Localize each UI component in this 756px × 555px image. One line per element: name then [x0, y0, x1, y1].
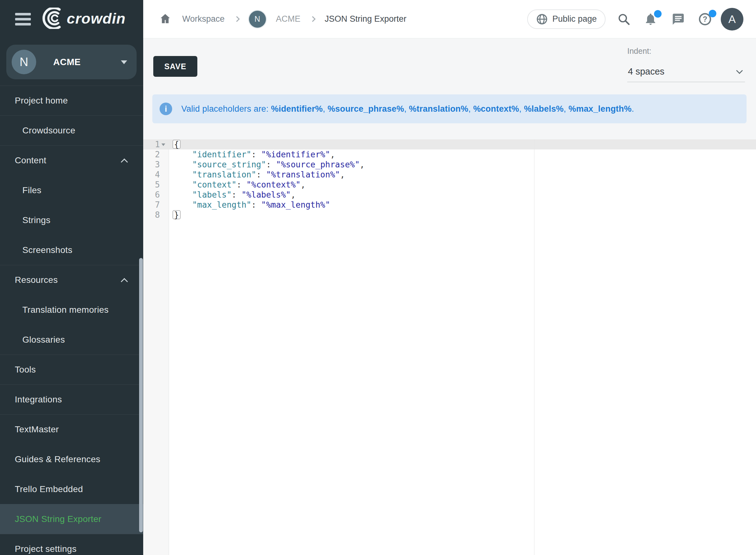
sidebar-item-json-string-exporter[interactable]: JSON String Exporter [0, 504, 143, 534]
sidebar-item-tools[interactable]: Tools [0, 354, 143, 384]
code-editor[interactable]: 1{2 "identifier": "%identifier%",3 "sour… [143, 139, 756, 555]
sidebar-item-resources[interactable]: Resources [0, 265, 143, 295]
sidebar-item-textmaster[interactable]: TextMaster [0, 414, 143, 444]
code-line-2[interactable]: 2 "identifier": "%identifier%", [143, 150, 756, 160]
placeholder-token: %context% [473, 104, 519, 114]
info-icon: i [160, 102, 172, 115]
indent-control: Indent: 4 spaces [627, 47, 745, 82]
sidebar-item-project-home[interactable]: Project home [0, 86, 143, 116]
placeholder-token: %labels% [524, 104, 564, 114]
indent-label: Indent: [627, 47, 745, 56]
code-line-8[interactable]: 8} [143, 210, 756, 220]
sidebar-item-strings[interactable]: Strings [0, 205, 143, 235]
sidebar-item-label: Project settings [0, 544, 77, 554]
svg-text:?: ? [703, 15, 708, 23]
project-name: ACME [53, 57, 81, 67]
sidebar-item-integrations[interactable]: Integrations [0, 384, 143, 414]
sidebar-item-screenshots[interactable]: Screenshots [0, 235, 143, 265]
sidebar-item-label: Screenshots [0, 245, 72, 255]
info-banner: i Valid placeholders are: %identifier%, … [152, 94, 747, 123]
line-number-cell: 8 [143, 210, 169, 220]
sidebar-item-label: Guides & References [0, 454, 100, 464]
sidebar-item-translation-memories[interactable]: Translation memories [0, 295, 143, 325]
code-line-3[interactable]: 3 "source_string": "%source_phrase%", [143, 160, 756, 170]
sidebar-item-label: Strings [0, 215, 50, 225]
breadcrumb-project[interactable]: ACME [276, 14, 301, 24]
main-content: SAVE Indent: 4 spaces i Valid placeholde… [143, 38, 756, 555]
project-switcher[interactable]: N ACME [6, 45, 137, 79]
topbar-actions: Public page ? [527, 0, 744, 38]
code-line-5[interactable]: 5 "context": "%context%", [143, 180, 756, 190]
public-page-label: Public page [552, 14, 597, 24]
sidebar-item-label: JSON String Exporter [0, 514, 101, 524]
public-page-button[interactable]: Public page [527, 9, 605, 29]
line-number: 6 [143, 190, 160, 200]
line-number-cell: 6 [143, 190, 169, 200]
chevron-right-icon [234, 16, 240, 22]
code-line-7[interactable]: 7 "max_length": "%max_length%" [143, 200, 756, 210]
line-number: 7 [143, 200, 160, 210]
line-number: 5 [143, 180, 160, 190]
sidebar-item-guides-references[interactable]: Guides & References [0, 444, 143, 474]
line-number-cell: 7 [143, 200, 169, 210]
help-icon[interactable]: ? [698, 12, 712, 26]
chevron-up-icon [121, 278, 128, 285]
banner-text: Valid placeholders are: %identifier%, %s… [181, 104, 634, 114]
breadcrumb: Workspace N ACME JSON String Exporter [158, 0, 406, 38]
sidebar-item-label: Content [0, 156, 46, 166]
breadcrumb-current-page: JSON String Exporter [325, 14, 407, 24]
caret-down-icon [121, 60, 127, 64]
line-number: 2 [143, 150, 160, 160]
sidebar-item-label: Project home [0, 96, 68, 106]
breadcrumb-project-badge[interactable]: N [249, 11, 266, 28]
globe-icon [536, 13, 548, 25]
sidebar: crowdin N ACME Project homeCrowdsourceCo… [0, 0, 143, 555]
line-number-cell: 1 [143, 139, 169, 150]
save-button[interactable]: SAVE [153, 56, 197, 77]
code-line-1[interactable]: 1{ [143, 139, 756, 150]
logo-text: crowdin [67, 10, 126, 27]
code-line-content: "max_length": "%max_length%" [169, 200, 330, 210]
sidebar-item-label: TextMaster [0, 424, 59, 434]
crowdin-logo[interactable]: crowdin [40, 7, 126, 29]
hamburger-menu-icon[interactable] [15, 13, 31, 26]
sidebar-item-files[interactable]: Files [0, 175, 143, 205]
user-avatar[interactable]: A [721, 8, 744, 31]
notifications-bell-icon[interactable] [644, 12, 657, 26]
breadcrumb-workspace[interactable]: Workspace [182, 14, 225, 24]
sidebar-item-label: Tools [0, 365, 36, 375]
line-number: 8 [143, 210, 160, 220]
sidebar-scrollbar[interactable] [139, 258, 143, 532]
code-line-content: "labels": "%labels%", [169, 190, 296, 200]
sidebar-item-label: Integrations [0, 394, 62, 404]
sidebar-item-label: Resources [0, 275, 58, 285]
placeholder-token: %max_length% [569, 104, 631, 114]
code-line-6[interactable]: 6 "labels": "%labels%", [143, 190, 756, 200]
code-line-content: "identifier": "%identifier%", [169, 150, 335, 160]
code-line-content: "source_string": "%source_phrase%", [169, 160, 365, 170]
line-number-cell: 4 [143, 170, 169, 180]
search-icon[interactable] [617, 12, 631, 26]
line-number: 1 [143, 139, 160, 150]
chevron-up-icon [121, 159, 128, 166]
code-line-4[interactable]: 4 "translation": "%translation%", [143, 170, 756, 180]
sidebar-item-content[interactable]: Content [0, 145, 143, 175]
sidebar-item-label: Glossaries [0, 335, 65, 345]
sidebar-item-trello-embedded[interactable]: Trello Embedded [0, 474, 143, 504]
sidebar-item-crowdsource[interactable]: Crowdsource [0, 116, 143, 145]
code-lines: 1{2 "identifier": "%identifier%",3 "sour… [143, 139, 756, 220]
messages-icon[interactable] [672, 12, 685, 26]
indent-selected-value: 4 spaces [628, 67, 664, 77]
placeholder-token: %identifier% [271, 104, 323, 114]
sidebar-item-glossaries[interactable]: Glossaries [0, 325, 143, 354]
notification-dot [654, 10, 662, 17]
fold-arrow-icon[interactable] [162, 143, 165, 146]
sidebar-item-label: Files [0, 185, 42, 196]
help-dot [709, 10, 716, 17]
indent-select[interactable]: 4 spaces [627, 56, 745, 82]
sidebar-item-project-settings[interactable]: Project settings [0, 534, 143, 555]
project-avatar: N [12, 50, 36, 74]
crowdin-mark-icon [40, 7, 65, 29]
home-icon[interactable] [158, 12, 172, 26]
code-line-content: { [169, 139, 181, 150]
